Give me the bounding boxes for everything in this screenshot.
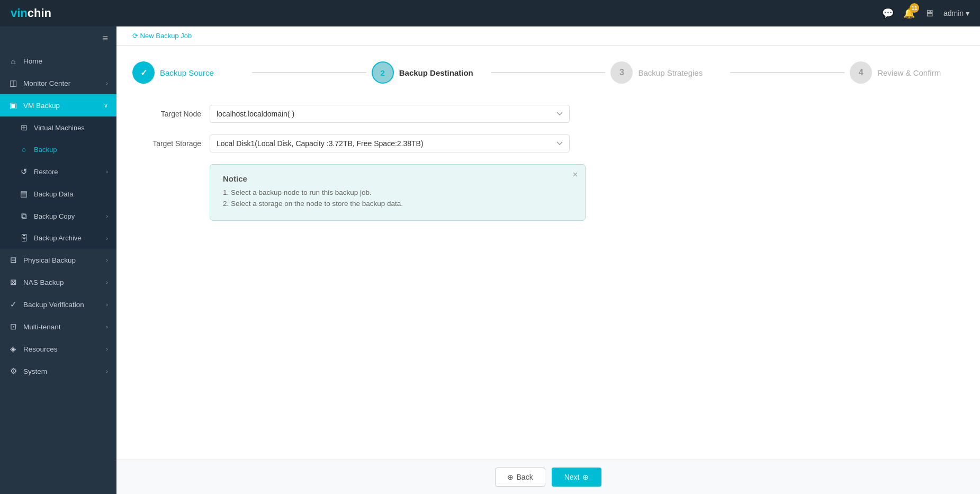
- logo: vinchin: [11, 6, 51, 20]
- sidebar-item-backup-label: Backup: [34, 146, 57, 154]
- monitor-icon[interactable]: 🖥: [924, 8, 934, 19]
- target-storage-select[interactable]: Local Disk1(Local Disk, Capacity :3.72TB…: [210, 134, 570, 152]
- system-icon: ⚙: [8, 366, 18, 376]
- monitor-center-icon: ◫: [8, 78, 18, 88]
- wizard-step-3: 3 Backup Strategies: [610, 61, 725, 84]
- sidebar-item-home[interactable]: ⌂ Home: [0, 50, 116, 72]
- multi-tenant-icon: ⊡: [8, 322, 18, 331]
- sidebar-item-system[interactable]: ⚙ System ›: [0, 360, 116, 382]
- target-storage-label: Target Storage: [132, 139, 201, 148]
- sidebar-item-backup-copy-label: Backup Copy: [34, 212, 75, 220]
- chevron-vm-backup-icon: ∨: [104, 102, 108, 109]
- step-circle-1: ✓: [132, 61, 155, 84]
- chevron-nas-backup-icon: ›: [106, 279, 108, 285]
- notification-count: 11: [910, 3, 919, 13]
- backup-icon: ○: [19, 145, 29, 154]
- sidebar-item-backup-archive[interactable]: 🗄 Backup Archive ›: [0, 227, 116, 249]
- admin-menu[interactable]: admin ▾: [943, 9, 969, 17]
- sidebar-item-resources[interactable]: ◈ Resources ›: [0, 338, 116, 360]
- restore-icon: ↺: [19, 167, 29, 176]
- sidebar-item-physical-backup[interactable]: ⊟ Physical Backup ›: [0, 249, 116, 271]
- wizard-step-1: ✓ Backup Source: [132, 61, 247, 84]
- chevron-backup-archive-icon: ›: [106, 235, 108, 241]
- sidebar-item-vm-backup[interactable]: ▣ VM Backup ∨: [0, 94, 116, 116]
- step-connector-2-3: [491, 72, 606, 73]
- target-node-select[interactable]: localhost.localdomain( ): [210, 105, 570, 123]
- sidebar-item-restore[interactable]: ↺ Restore ›: [0, 160, 116, 183]
- sidebar-item-multi-tenant-label: Multi-tenant: [23, 323, 61, 331]
- backup-data-icon: ▤: [19, 189, 29, 199]
- sidebar-item-multi-tenant[interactable]: ⊡ Multi-tenant ›: [0, 316, 116, 338]
- sidebar-item-backup[interactable]: ○ Backup: [0, 139, 116, 160]
- next-label: Next: [564, 473, 580, 481]
- sidebar-item-virtual-machines[interactable]: ⊞ Virtual Machines: [0, 116, 116, 139]
- back-icon: ⊕: [507, 473, 514, 481]
- logo-vin: vin: [11, 6, 28, 20]
- back-label: Back: [517, 473, 533, 481]
- vm-backup-icon: ▣: [8, 101, 18, 110]
- sidebar-item-backup-copy[interactable]: ⧉ Backup Copy ›: [0, 205, 116, 227]
- backup-copy-icon: ⧉: [19, 211, 29, 221]
- step-3-label: Backup Strategies: [638, 68, 703, 77]
- notice-item-1: 1. Select a backup node to run this back…: [223, 188, 572, 196]
- sidebar-item-monitor-center[interactable]: ◫ Monitor Center ›: [0, 72, 116, 94]
- sidebar-item-restore-label: Restore: [34, 168, 58, 176]
- resources-icon: ◈: [8, 344, 18, 354]
- chat-icon[interactable]: 💬: [882, 7, 894, 19]
- chevron-system-icon: ›: [106, 368, 108, 374]
- main-layout: ≡ ⌂ Home ◫ Monitor Center › ▣ VM Backup …: [0, 26, 980, 494]
- chevron-multi-tenant-icon: ›: [106, 324, 108, 330]
- content-footer: ⊕ Back Next ⊕: [116, 460, 980, 494]
- breadcrumb-text: ⟳ New Backup Job: [132, 32, 192, 40]
- sidebar-item-backup-data[interactable]: ▤ Backup Data: [0, 183, 116, 205]
- step-2-label: Backup Destination: [399, 68, 473, 77]
- sidebar-item-resources-label: Resources: [23, 345, 58, 353]
- next-button[interactable]: Next ⊕: [552, 468, 602, 487]
- step-connector-3-4: [730, 72, 844, 73]
- header-right: 💬 🔔 11 🖥 admin ▾: [882, 7, 969, 19]
- notice-list: 1. Select a backup node to run this back…: [223, 188, 572, 208]
- sidebar-item-backup-verification-label: Backup Verification: [23, 301, 84, 309]
- virtual-machines-icon: ⊞: [19, 123, 29, 132]
- step-circle-3: 3: [610, 61, 633, 84]
- sidebar-item-backup-data-label: Backup Data: [34, 190, 73, 198]
- sidebar-item-backup-verification[interactable]: ✓ Backup Verification ›: [0, 293, 116, 316]
- sidebar-item-nas-backup[interactable]: ⊠ NAS Backup ›: [0, 271, 116, 293]
- sidebar-hamburger[interactable]: ≡: [0, 26, 116, 50]
- chevron-resources-icon: ›: [106, 346, 108, 352]
- target-node-label: Target Node: [132, 110, 201, 118]
- backup-verification-icon: ✓: [8, 300, 18, 309]
- sidebar-item-monitor-label: Monitor Center: [23, 79, 70, 87]
- breadcrumb: ⟳ New Backup Job: [116, 26, 980, 46]
- step-2-number: 2: [381, 68, 385, 77]
- wizard-steps: ✓ Backup Source 2 Backup Destination: [132, 61, 964, 84]
- step-circle-2: 2: [372, 61, 394, 84]
- sidebar-item-nas-backup-label: NAS Backup: [23, 279, 64, 286]
- nas-backup-icon: ⊠: [8, 277, 18, 287]
- sidebar-item-vm-backup-label: VM Backup: [23, 102, 60, 110]
- notice-close-button[interactable]: ×: [573, 170, 578, 179]
- next-icon: ⊕: [582, 473, 589, 481]
- step-4-label: Review & Confirm: [877, 68, 941, 77]
- chevron-restore-icon: ›: [106, 168, 108, 175]
- chevron-monitor-icon: ›: [106, 80, 108, 86]
- target-node-row: Target Node localhost.localdomain( ): [132, 105, 964, 123]
- sidebar-item-physical-backup-label: Physical Backup: [23, 256, 76, 264]
- step-1-label: Backup Source: [160, 68, 214, 77]
- physical-backup-icon: ⊟: [8, 255, 18, 265]
- step-3-number: 3: [619, 68, 624, 77]
- notification-bell[interactable]: 🔔 11: [903, 7, 915, 19]
- sidebar-submenu-vm-backup: ⊞ Virtual Machines ○ Backup ↺ Restore › …: [0, 116, 116, 249]
- target-storage-row: Target Storage Local Disk1(Local Disk, C…: [132, 134, 964, 152]
- back-button[interactable]: ⊕ Back: [495, 468, 545, 487]
- sidebar-item-home-label: Home: [23, 57, 42, 65]
- step-connector-1-2: [252, 72, 366, 73]
- chevron-physical-backup-icon: ›: [106, 257, 108, 263]
- wizard-step-2: 2 Backup Destination: [372, 61, 486, 84]
- step-1-check: ✓: [140, 68, 147, 78]
- logo-chin: chin: [28, 6, 51, 20]
- wizard-step-4: 4 Review & Confirm: [850, 61, 964, 84]
- sidebar-item-virtual-machines-label: Virtual Machines: [34, 124, 85, 132]
- chevron-backup-verification-icon: ›: [106, 301, 108, 308]
- notice-title: Notice: [223, 174, 572, 183]
